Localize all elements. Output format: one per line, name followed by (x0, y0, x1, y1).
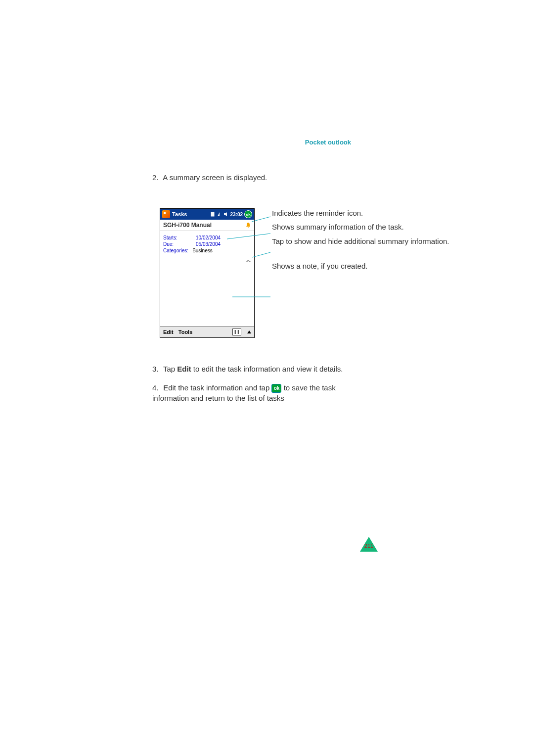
step-bold: Edit (177, 365, 191, 373)
step-3: 3. Tap Edit to edit the task information… (152, 364, 365, 374)
step-text-post: to edit the task information and view it… (191, 365, 343, 373)
step-4: 4. Edit the task information and tap ok … (152, 382, 365, 403)
step-text-pre: Tap (163, 365, 177, 373)
step-number: 3. (152, 364, 161, 374)
ok-inline-icon: ok (271, 384, 281, 393)
callout-lines (0, 0, 534, 756)
svg-line-1 (252, 217, 270, 222)
step-number: 4. (152, 382, 161, 393)
svg-line-3 (252, 252, 270, 257)
page: Pocket outlook 2. A summary screen is di… (0, 0, 534, 756)
svg-line-2 (227, 234, 270, 239)
page-number: 211 (364, 543, 374, 549)
step-text-pre: Edit the task information and tap (163, 383, 271, 392)
